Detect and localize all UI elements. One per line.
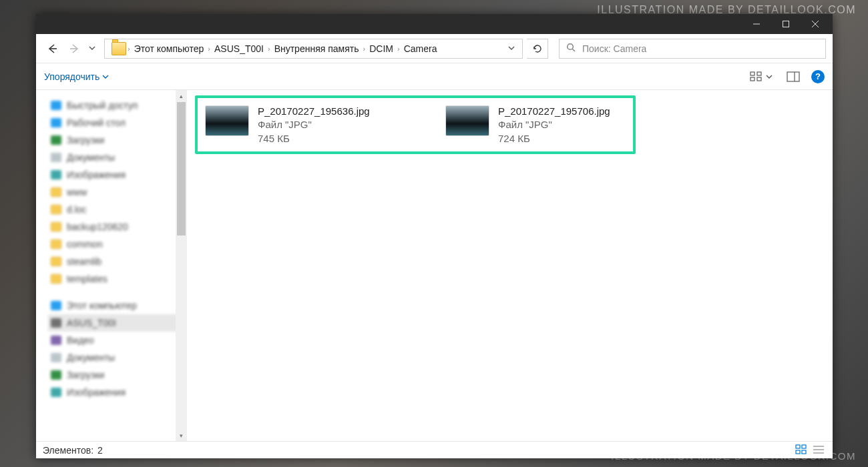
status-count: 2 <box>97 445 103 456</box>
view-options-dropdown[interactable] <box>766 71 778 82</box>
svg-rect-14 <box>796 445 800 448</box>
file-size: 745 КБ <box>258 132 370 145</box>
history-dropdown[interactable] <box>88 43 100 55</box>
sidebar-scrollbar[interactable]: ▴ ▾ <box>176 90 187 441</box>
view-options-button[interactable] <box>747 68 765 85</box>
sidebar-item-documents[interactable]: Документы <box>48 349 187 366</box>
file-type: Файл "JPG" <box>258 118 370 131</box>
organize-menu[interactable]: Упорядочить <box>44 71 109 82</box>
svg-rect-10 <box>750 77 754 81</box>
organize-label: Упорядочить <box>44 71 99 82</box>
svg-rect-11 <box>757 77 761 81</box>
file-type: Файл "JPG" <box>498 118 610 131</box>
sidebar-item-downloads[interactable]: Загрузки <box>48 366 187 384</box>
breadcrumb[interactable]: › Этот компьютер › ASUS_T00I › Внутрення… <box>104 39 523 59</box>
close-button[interactable] <box>801 14 830 34</box>
view-details-button[interactable] <box>813 444 826 456</box>
help-button[interactable]: ? <box>811 70 825 83</box>
refresh-button[interactable] <box>527 39 548 59</box>
file-name: P_20170227_195706.jpg <box>498 105 610 118</box>
scroll-thumb[interactable] <box>177 102 186 236</box>
titlebar <box>36 14 833 34</box>
sidebar-item-device[interactable]: ASUS_T00I <box>48 314 187 332</box>
nav-back-button[interactable] <box>43 39 61 58</box>
crumb-dcim[interactable]: DCIM <box>365 43 397 54</box>
svg-rect-17 <box>802 450 806 454</box>
sidebar-item-folder[interactable]: backup120620 <box>48 218 187 236</box>
toolbar: Упорядочить ? <box>36 63 833 90</box>
sidebar-item-pictures[interactable]: Изображения <box>48 384 187 401</box>
sidebar-item-folder[interactable]: templates <box>48 270 187 288</box>
crumb-camera[interactable]: Camera <box>400 43 441 54</box>
svg-rect-1 <box>783 21 789 27</box>
search-input[interactable] <box>582 43 819 54</box>
scroll-down-button[interactable]: ▾ <box>176 430 187 441</box>
crumb-this-pc[interactable]: Этот компьютер <box>130 43 208 54</box>
crumb-device[interactable]: ASUS_T00I <box>210 43 268 54</box>
status-bar: Элементов: 2 <box>36 441 833 458</box>
file-item[interactable]: P_20170227_195636.jpg Файл "JPG" 745 КБ <box>206 105 406 145</box>
file-list[interactable]: P_20170227_195636.jpg Файл "JPG" 745 КБ … <box>187 90 833 441</box>
svg-rect-9 <box>757 72 761 75</box>
svg-rect-12 <box>787 72 799 81</box>
sidebar-item-folder[interactable]: common <box>48 236 187 253</box>
file-thumbnail <box>446 106 489 135</box>
caret-down-icon <box>102 73 109 80</box>
address-row: › Этот компьютер › ASUS_T00I › Внутрення… <box>36 34 833 63</box>
svg-rect-16 <box>796 450 800 454</box>
minimize-button[interactable] <box>742 14 771 34</box>
nav-forward-button[interactable] <box>65 39 84 58</box>
body: Быстрый доступ Рабочий стол Загрузки Док… <box>36 90 833 441</box>
sidebar-item-folder[interactable]: steamlib <box>48 253 187 270</box>
sidebar-item-videos[interactable]: Видео <box>48 332 187 349</box>
file-size: 724 КБ <box>498 132 610 145</box>
folder-icon <box>112 42 126 55</box>
maximize-button[interactable] <box>771 14 801 34</box>
scroll-up-button[interactable]: ▴ <box>176 90 187 101</box>
view-tiles-button[interactable] <box>795 444 809 456</box>
crumb-storage[interactable]: Внутренняя память <box>270 43 363 54</box>
search-icon <box>566 43 582 54</box>
breadcrumb-dropdown[interactable] <box>507 43 515 54</box>
file-item[interactable]: P_20170227_195706.jpg Файл "JPG" 724 КБ <box>446 105 646 145</box>
svg-line-7 <box>572 49 575 51</box>
sidebar-item-downloads[interactable]: Загрузки <box>48 131 187 149</box>
navigation-sidebar[interactable]: Быстрый доступ Рабочий стол Загрузки Док… <box>36 90 187 441</box>
sidebar-item-folder[interactable]: www <box>48 183 187 201</box>
sidebar-item-folder[interactable]: d.loc <box>48 201 187 218</box>
preview-pane-button[interactable] <box>785 68 802 85</box>
sidebar-item-documents[interactable]: Документы <box>48 149 187 166</box>
svg-rect-8 <box>750 72 754 75</box>
explorer-window: › Этот компьютер › ASUS_T00I › Внутрення… <box>36 14 833 458</box>
file-name: P_20170227_195636.jpg <box>258 105 370 118</box>
sidebar-item-pictures[interactable]: Изображения <box>48 166 187 183</box>
sidebar-item-this-pc[interactable]: Этот компьютер <box>48 297 187 314</box>
svg-rect-15 <box>802 445 806 448</box>
search-box[interactable] <box>559 39 826 59</box>
svg-point-6 <box>568 44 574 50</box>
file-thumbnail <box>206 106 248 135</box>
sidebar-item-desktop[interactable]: Рабочий стол <box>48 114 187 131</box>
sidebar-item-quick-access[interactable]: Быстрый доступ <box>48 97 187 114</box>
status-label: Элементов: <box>43 445 93 456</box>
